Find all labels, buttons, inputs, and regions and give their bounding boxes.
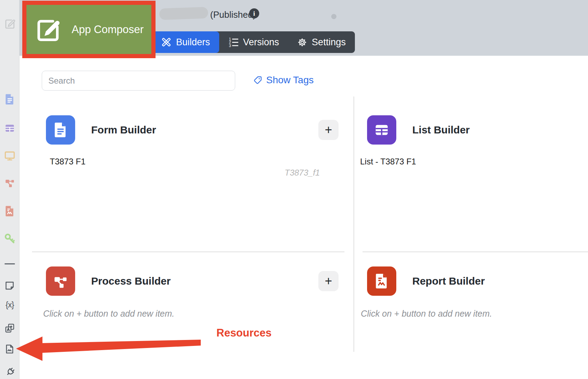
builders-icon — [161, 37, 172, 47]
sidebar-item-reports[interactable] — [0, 205, 19, 217]
document-icon — [5, 93, 15, 105]
show-tags-link[interactable]: Show Tags — [253, 75, 313, 86]
plug-icon — [4, 366, 16, 378]
process-builder-title: Process Builder — [91, 275, 170, 287]
key-icon — [4, 233, 16, 245]
report-empty-hint: Click on + button to add new item. — [361, 309, 492, 319]
form-item[interactable]: T3873 F1 — [50, 157, 86, 167]
monitor-icon — [4, 150, 16, 162]
column-divider — [353, 96, 354, 352]
form-builder-card: Form Builder + — [46, 115, 339, 145]
translate-icon — [4, 323, 15, 334]
report-builder-icon — [367, 266, 396, 296]
list-builder-icon — [367, 115, 396, 145]
annotation-highlight-box: App Composer — [22, 1, 156, 58]
sidebar-item-processes[interactable] — [0, 177, 19, 188]
form-builder-icon — [46, 115, 75, 145]
gray-dot — [331, 14, 336, 19]
sidebar-divider — [5, 263, 15, 264]
app-composer-edit-icon — [35, 16, 62, 43]
sidebar-item-notes[interactable] — [0, 280, 19, 291]
section-divider-right — [363, 252, 588, 252]
tab-settings[interactable]: Settings — [288, 31, 355, 53]
redacted-app-name — [159, 7, 208, 20]
image-report-icon — [4, 343, 15, 355]
app-title: App Composer — [72, 23, 144, 36]
tab-builders[interactable]: Builders — [152, 31, 219, 53]
process-empty-hint: Click on + button to add new item. — [43, 309, 174, 319]
list-item[interactable]: List - T3873 F1 — [360, 157, 416, 167]
form-builder-title: Form Builder — [91, 124, 156, 136]
sidebar-item-edit[interactable] — [0, 17, 19, 30]
note-icon — [4, 280, 15, 291]
process-builder-add-button[interactable]: + — [318, 271, 339, 291]
app-composer-tile[interactable]: App Composer — [26, 5, 151, 54]
variables-icon: {x} — [6, 300, 14, 310]
info-icon[interactable]: i — [249, 8, 259, 18]
table-icon — [4, 123, 15, 134]
report-doc-icon — [5, 205, 15, 217]
list-builder-title: List Builder — [412, 124, 470, 136]
form-watermark: T3873_f1 — [285, 168, 320, 178]
resources-annotation-label: Resources — [216, 327, 272, 339]
sidebar-item-forms[interactable] — [0, 93, 19, 105]
sidebar-item-keys[interactable] — [0, 233, 19, 245]
sidebar-item-variables[interactable]: {x} — [0, 300, 19, 310]
sidebar-item-lists[interactable] — [0, 123, 19, 134]
sidebar-item-connections[interactable] — [0, 366, 19, 378]
sidebar-item-translations[interactable] — [0, 323, 19, 334]
report-builder-card: Report Builder — [367, 266, 583, 296]
tab-versions[interactable]: 123 Versions — [219, 31, 288, 53]
process-builder-card: Process Builder + — [46, 266, 339, 296]
tag-icon — [253, 76, 262, 85]
builder-tabbar: Builders 123 Versions Settings — [152, 31, 355, 53]
list-builder-card: List Builder — [367, 115, 583, 145]
versions-icon: 123 — [228, 37, 239, 47]
process-builder-icon — [46, 266, 75, 296]
settings-icon — [297, 37, 307, 47]
edit-icon — [3, 17, 16, 30]
sidebar: {x} — [0, 0, 19, 379]
sidebar-item-pages[interactable] — [0, 150, 19, 162]
process-flow-icon — [4, 177, 15, 188]
svg-text:3: 3 — [229, 44, 231, 47]
search-input[interactable] — [42, 71, 235, 91]
sidebar-item-resources[interactable] — [0, 343, 19, 355]
form-builder-add-button[interactable]: + — [318, 120, 339, 140]
section-divider-left — [32, 252, 344, 252]
report-builder-title: Report Builder — [412, 275, 485, 287]
